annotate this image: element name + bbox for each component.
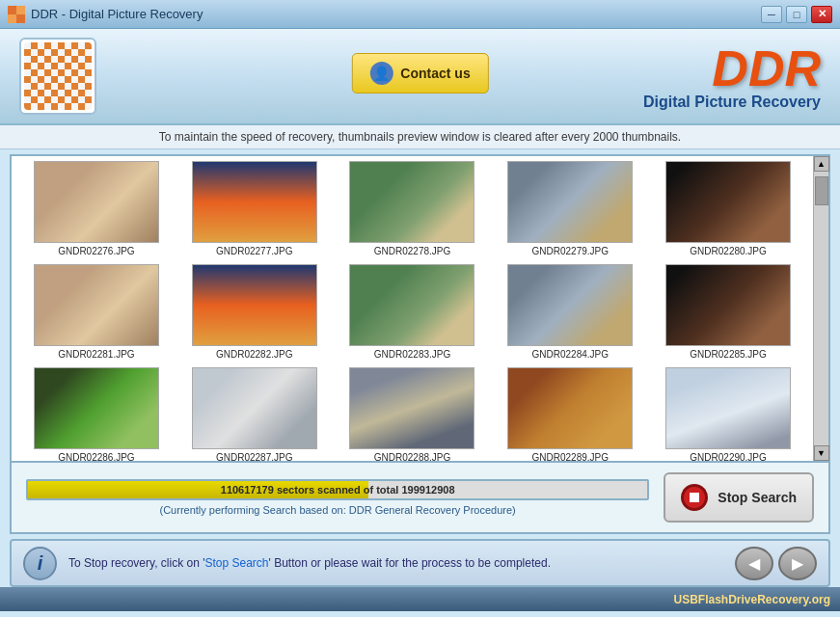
footer-url: USBFlashDriveRecovery.org bbox=[673, 593, 830, 606]
list-item[interactable]: GNDR02287.JPG bbox=[179, 367, 330, 461]
maximize-button[interactable]: □ bbox=[786, 6, 807, 23]
logo-checker-icon bbox=[24, 42, 92, 110]
svg-rect-2 bbox=[8, 14, 16, 23]
thumbnail-grid: GNDR02276.JPGGNDR02277.JPGGNDR02278.JPGG… bbox=[12, 156, 813, 461]
svg-rect-1 bbox=[16, 6, 25, 14]
list-item[interactable]: GNDR02282.JPG bbox=[179, 264, 330, 360]
close-button[interactable]: ✕ bbox=[811, 6, 832, 23]
brand-area: DDR Digital Picture Recovery bbox=[643, 43, 821, 111]
footer: USBFlashDriveRecovery.org bbox=[0, 587, 840, 611]
progress-text: 110617179 sectors scanned of total 19991… bbox=[28, 481, 647, 498]
svg-rect-3 bbox=[16, 14, 25, 23]
logo-box bbox=[19, 38, 96, 115]
forward-button[interactable]: ▶ bbox=[778, 547, 817, 580]
titlebar: DDR - Digital Picture Recovery ─ □ ✕ bbox=[0, 0, 840, 29]
back-button[interactable]: ◀ bbox=[735, 547, 773, 580]
list-item[interactable]: GNDR02280.JPG bbox=[653, 161, 803, 256]
status-after-link: ' Button or please wait for the process … bbox=[269, 556, 551, 570]
thumbnail-label: GNDR02284.JPG bbox=[532, 349, 609, 360]
brand-initials: DDR bbox=[643, 43, 821, 94]
stop-square-icon bbox=[690, 493, 699, 502]
app-icon bbox=[8, 6, 25, 23]
window-title: DDR - Digital Picture Recovery bbox=[31, 7, 203, 21]
header: 👤 Contact us DDR Digital Picture Recover… bbox=[0, 29, 840, 125]
list-item[interactable]: GNDR02278.JPG bbox=[338, 161, 488, 256]
minimize-button[interactable]: ─ bbox=[761, 6, 782, 23]
thumbnail-label: GNDR02283.JPG bbox=[374, 349, 450, 360]
contact-button-label: Contact us bbox=[400, 66, 470, 81]
list-item[interactable]: GNDR02279.JPG bbox=[495, 161, 645, 256]
list-item[interactable]: GNDR02283.JPG bbox=[338, 264, 488, 360]
list-item[interactable]: GNDR02284.JPG bbox=[495, 264, 645, 360]
list-item[interactable]: GNDR02285.JPG bbox=[653, 264, 803, 360]
nav-buttons[interactable]: ◀ ▶ bbox=[735, 547, 817, 580]
info-bar: To maintain the speed of recovery, thumb… bbox=[0, 125, 840, 149]
thumbnail-label: GNDR02289.JPG bbox=[532, 452, 609, 461]
titlebar-left: DDR - Digital Picture Recovery bbox=[8, 6, 203, 23]
scroll-down-arrow[interactable]: ▼ bbox=[814, 445, 829, 461]
thumbnail-label: GNDR02276.JPG bbox=[58, 246, 134, 256]
list-item[interactable]: GNDR02286.JPG bbox=[21, 367, 172, 461]
list-item[interactable]: GNDR02288.JPG bbox=[338, 367, 488, 461]
contact-button[interactable]: 👤 Contact us bbox=[351, 53, 488, 94]
list-item[interactable]: GNDR02289.JPG bbox=[495, 367, 645, 461]
thumbnail-label: GNDR02277.JPG bbox=[216, 246, 292, 256]
progress-area: 110617179 sectors scanned of total 19991… bbox=[10, 463, 830, 534]
status-link: Stop Search bbox=[204, 556, 268, 570]
stop-search-button[interactable]: Stop Search bbox=[664, 472, 814, 523]
thumbnail-label: GNDR02285.JPG bbox=[690, 349, 766, 360]
info-icon: i bbox=[23, 547, 57, 580]
list-item[interactable]: GNDR02290.JPG bbox=[653, 367, 803, 461]
thumbnail-label: GNDR02288.JPG bbox=[374, 452, 450, 461]
status-before-link: To Stop recovery, click on ' bbox=[68, 556, 204, 570]
progress-bar-outer: 110617179 sectors scanned of total 19991… bbox=[26, 479, 649, 500]
thumbnail-label: GNDR02280.JPG bbox=[690, 246, 766, 256]
list-item[interactable]: GNDR02276.JPG bbox=[21, 161, 172, 256]
stop-search-label: Stop Search bbox=[718, 490, 797, 505]
list-item[interactable]: GNDR02277.JPG bbox=[179, 161, 330, 256]
thumbnail-label: GNDR02286.JPG bbox=[58, 452, 134, 461]
contact-person-icon: 👤 bbox=[369, 62, 393, 85]
procedure-text: (Currently performing Search based on: D… bbox=[26, 504, 649, 516]
thumbnail-label: GNDR02290.JPG bbox=[690, 452, 766, 461]
status-text: To Stop recovery, click on 'Stop Search'… bbox=[68, 556, 723, 570]
status-bar: i To Stop recovery, click on 'Stop Searc… bbox=[10, 539, 830, 587]
thumbnail-label: GNDR02282.JPG bbox=[216, 349, 292, 360]
scroll-up-arrow[interactable]: ▲ bbox=[814, 156, 829, 172]
svg-rect-0 bbox=[8, 6, 16, 14]
stop-icon bbox=[681, 484, 708, 511]
thumbnail-label: GNDR02279.JPG bbox=[532, 246, 609, 256]
scrollbar[interactable]: ▲ ▼ bbox=[813, 156, 828, 461]
thumbnail-label: GNDR02287.JPG bbox=[216, 452, 292, 461]
scroll-thumb[interactable] bbox=[815, 176, 828, 205]
thumbnail-label: GNDR02278.JPG bbox=[374, 246, 450, 256]
thumbnail-area: GNDR02276.JPGGNDR02277.JPGGNDR02278.JPGG… bbox=[10, 154, 830, 463]
window-controls[interactable]: ─ □ ✕ bbox=[761, 6, 832, 23]
list-item[interactable]: GNDR02281.JPG bbox=[21, 264, 172, 360]
info-bar-message: To maintain the speed of recovery, thumb… bbox=[159, 130, 681, 144]
brand-subtitle: Digital Picture Recovery bbox=[643, 94, 821, 111]
thumbnail-label: GNDR02281.JPG bbox=[58, 349, 134, 360]
progress-section: 110617179 sectors scanned of total 19991… bbox=[26, 479, 649, 516]
